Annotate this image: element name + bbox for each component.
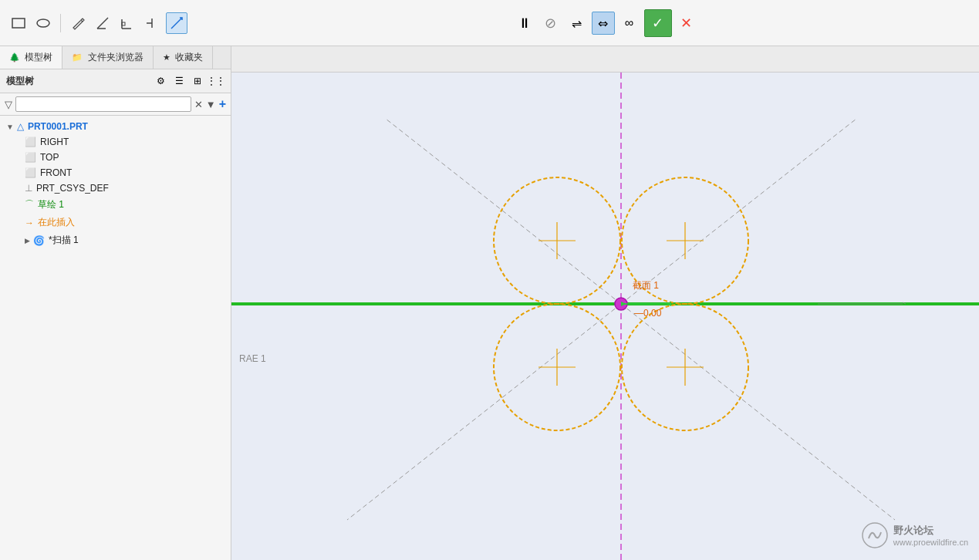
plane-icon-right: ⬜ — [25, 137, 36, 147]
insert-icon: → — [25, 218, 34, 228]
sweep-icon: 🌀 — [33, 235, 45, 246]
pencil-icon[interactable] — [67, 12, 89, 34]
link-button[interactable]: ∞ — [618, 12, 641, 35]
toolbar-sep1 — [60, 14, 61, 32]
cancel-button[interactable]: ✕ — [675, 12, 698, 35]
tree-item-label: PRT_CSYS_DEF — [36, 183, 109, 194]
tree-item-sweep[interactable]: ▶ 🌀 *扫描 1 — [0, 231, 231, 249]
center-toolbar: ⏸ ⊘ ⇌ ⇔ ∞ ✓ ✕ — [231, 0, 979, 46]
corner-line-icon[interactable] — [116, 12, 138, 34]
flip-button[interactable]: ⇌ — [565, 12, 589, 35]
sidebar-tab-folder[interactable]: 📁 文件夹浏览器 — [62, 46, 153, 69]
sidebar-tab-model-tree[interactable]: 🌲 模型树 — [0, 46, 62, 69]
canvas-svg: 截面 1 —0.00 RAE 1 — [231, 73, 979, 560]
sidebar-tab-favorites[interactable]: ★ 收藏夹 — [154, 46, 213, 69]
tree-more-icon[interactable]: ⋮⋮ — [208, 73, 224, 89]
tree-item-insert[interactable]: → 在此插入 — [0, 214, 231, 231]
header-icons: ⚙ ☰ ⊞ ⋮⋮ — [152, 73, 224, 89]
filter-icon: ▽ — [5, 99, 12, 110]
tree-item-label: TOP — [40, 152, 59, 163]
model-tree-header: 模型树 ⚙ ☰ ⊞ ⋮⋮ — [0, 69, 231, 93]
expand-prt-icon[interactable]: ▼ — [6, 123, 14, 131]
folder-icon: 📁 — [72, 52, 83, 62]
tree-item-sketch[interactable]: ⌒ 草绘 1 — [0, 196, 231, 214]
rectangle-icon[interactable] — [8, 12, 29, 34]
watermark-text: 野火论坛 www.proewildfire.cn — [893, 524, 968, 547]
prt-icon: △ — [17, 121, 24, 132]
tree-item-right[interactable]: ⬜ RIGHT — [0, 134, 231, 150]
plane-icon-front: ⬜ — [25, 167, 36, 178]
tree-settings-icon[interactable]: ⚙ — [152, 73, 169, 89]
svg-line-7 — [171, 18, 182, 29]
pause-button[interactable]: ⏸ — [513, 12, 536, 35]
tree-item-label: 在此插入 — [38, 216, 75, 229]
tree-view-icon[interactable]: ☰ — [170, 73, 187, 89]
model-tree-label: 模型树 — [6, 75, 34, 88]
dimension-value: —0.00 — [634, 308, 662, 319]
sidebar-tabs: 🌲 模型树 📁 文件夹浏览器 ★ 收藏夹 — [0, 46, 231, 69]
tree-item-label: 草绘 1 — [38, 198, 64, 211]
stop-button[interactable]: ⊘ — [539, 12, 562, 35]
rae-label: RAE 1 — [239, 353, 266, 364]
filter-input[interactable] — [15, 96, 191, 112]
watermark: 野火论坛 www.proewildfire.cn — [861, 521, 968, 549]
model-tree-icon: 🌲 — [9, 52, 20, 62]
confirm-button[interactable]: ✓ — [644, 9, 672, 37]
tree-item-label: RIGHT — [40, 137, 69, 147]
svg-rect-0 — [12, 19, 25, 28]
csys-icon: ⊥ — [25, 183, 32, 194]
tree-item-label: PRT0001.PRT — [28, 121, 88, 132]
tree-item-csys[interactable]: ⊥ PRT_CSYS_DEF — [0, 180, 231, 196]
filter-clear-icon[interactable]: ✕ — [194, 99, 203, 110]
filter-add-icon[interactable]: + — [219, 97, 226, 111]
plane-icon-top: ⬜ — [25, 152, 36, 163]
angle-line-icon[interactable] — [92, 12, 113, 34]
svg-rect-34 — [231, 73, 979, 560]
tree-item-label: *扫描 1 — [49, 234, 79, 247]
section-label: 截面 1 — [633, 280, 659, 291]
sketch-icon: ⌒ — [25, 198, 34, 211]
canvas-area: 截面 1 —0.00 RAE 1 野火论坛 www.proewildfire.c… — [231, 73, 979, 560]
expand-sweep-icon[interactable]: ▶ — [25, 237, 30, 245]
tree-item-label: FRONT — [40, 167, 72, 178]
tree-item-front[interactable]: ⬜ FRONT — [0, 165, 231, 180]
hline-icon[interactable] — [141, 12, 163, 34]
svg-point-1 — [37, 19, 49, 27]
star-icon: ★ — [163, 52, 170, 62]
tree-item-prt[interactable]: ▼ △ PRT0001.PRT — [0, 119, 231, 134]
tree-item-top[interactable]: ⬜ TOP — [0, 150, 231, 165]
mirror-button[interactable]: ⇔ — [592, 12, 615, 35]
circle-icon[interactable] — [32, 12, 54, 34]
svg-line-2 — [97, 18, 108, 29]
tree-content: ▼ △ PRT0001.PRT ⬜ RIGHT ⬜ TOP ⬜ FRONT ⊥ … — [0, 116, 231, 252]
tree-expand-icon[interactable]: ⊞ — [189, 73, 206, 89]
filter-bar: ▽ ✕ ▼ + — [0, 93, 231, 116]
filter-dropdown-icon[interactable]: ▼ — [206, 99, 216, 110]
watermark-logo — [861, 521, 889, 549]
diag-sketch-icon[interactable] — [166, 12, 187, 34]
sidebar: 🌲 模型树 📁 文件夹浏览器 ★ 收藏夹 模型树 ⚙ ☰ ⊞ ⋮⋮ ▽ ✕ ▼ … — [0, 46, 231, 560]
